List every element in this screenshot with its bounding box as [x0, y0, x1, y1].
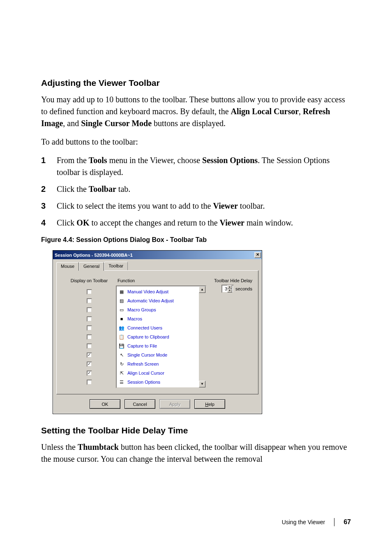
apply-button: Apply	[159, 399, 190, 409]
help-button[interactable]: Help	[194, 399, 225, 409]
bold-ok: OK	[76, 218, 89, 227]
bold-thumbtack: Thumbtack	[78, 442, 119, 451]
checkbox-row	[62, 287, 116, 296]
function-label: Align Local Cursor	[127, 371, 164, 375]
txt: menu in the Viewer, choose	[107, 156, 202, 165]
hide-delay-spinner[interactable]: 3 ▲ ▼ seconds	[221, 285, 252, 293]
dialog-titlebar[interactable]: Session Options - 520394-0000BA~1 ✕	[53, 251, 262, 259]
txt: buttons are displayed.	[152, 119, 226, 128]
display-checkbox[interactable]	[87, 325, 92, 331]
display-checkbox[interactable]	[87, 334, 92, 340]
footer-page-number: 67	[344, 518, 351, 526]
page-footer: Using the Viewer 67	[282, 518, 351, 526]
txt: Click the	[57, 184, 89, 193]
hide-delay-label: Toolbar Hide Delay	[211, 278, 252, 283]
checkbox-row: ✓	[62, 368, 116, 378]
heading-adjusting: Adjusting the Viewer Toolbar	[41, 78, 351, 88]
function-row[interactable]: ↻Refresh Screen	[117, 359, 205, 368]
function-row[interactable]: ▭Macro Groups	[117, 305, 205, 314]
function-row[interactable]: 👥Connected Users	[117, 323, 205, 332]
step-4: 4 Click OK to accept the changes and ret…	[41, 217, 351, 229]
paragraph-thumbtack: Unless the Thumbtack button has been cli…	[41, 441, 351, 465]
col-header-function: Function	[116, 278, 206, 286]
function-label: Refresh Screen	[127, 362, 159, 366]
function-listbox[interactable]: ▦Manual Video Adjust▨Automatic Video Adj…	[116, 286, 206, 388]
function-icon: 📋	[118, 334, 125, 340]
function-icon: ↻	[118, 361, 125, 367]
step-num: 1	[41, 154, 57, 166]
function-label: Macro Groups	[127, 307, 156, 312]
bold-align: Align Local Cursor	[231, 107, 299, 116]
txt: Click	[57, 218, 76, 227]
display-checkbox[interactable]: ✓	[87, 362, 92, 367]
dialog-buttons: OK Cancel Apply Help	[53, 398, 262, 414]
tab-toolbar[interactable]: Toolbar	[104, 262, 128, 270]
checkbox-row: ✓	[62, 359, 116, 368]
footer-section: Using the Viewer	[282, 519, 325, 525]
txt: , and	[63, 119, 81, 128]
function-row[interactable]: ↖Single Cursor Mode	[117, 350, 205, 359]
function-label: Automatic Video Adjust	[127, 298, 174, 303]
checkbox-row	[62, 332, 116, 341]
function-row[interactable]: ■Macros	[117, 314, 205, 323]
cancel-button[interactable]: Cancel	[125, 399, 155, 409]
spin-up-icon[interactable]: ▲	[227, 285, 232, 289]
step-1: 1 From the Tools menu in the Viewer, cho…	[41, 154, 351, 178]
step-num: 2	[41, 183, 57, 195]
function-label: Capture to Clipboard	[127, 334, 169, 339]
bold-viewer: Viewer	[213, 201, 238, 210]
txt: Click to select the items you want to ad…	[57, 201, 213, 210]
hide-delay-unit: seconds	[235, 286, 252, 291]
checkbox-row	[62, 314, 116, 323]
display-checkbox[interactable]: ✓	[87, 352, 92, 358]
tab-general[interactable]: General	[79, 262, 104, 271]
scrollbar[interactable]: ▲ ▼	[199, 286, 205, 387]
function-row[interactable]: ⇱Align Local Cursor	[117, 368, 205, 378]
scroll-up-icon[interactable]: ▲	[199, 286, 205, 293]
txt: main window.	[244, 218, 293, 227]
function-label: Session Options	[127, 380, 160, 385]
txt: From the	[57, 156, 89, 165]
function-icon: ↖	[118, 352, 125, 358]
scroll-down-icon[interactable]: ▼	[199, 381, 205, 387]
function-icon: ▨	[118, 297, 125, 304]
function-icon: ■	[118, 315, 125, 322]
function-row[interactable]: ▦Manual Video Adjust	[117, 287, 205, 296]
step-2: 2 Click the Toolbar tab.	[41, 183, 351, 195]
txt: to accept the changes and return to the	[89, 218, 219, 227]
function-row[interactable]: 💾Capture to File	[117, 341, 205, 350]
checkbox-row	[62, 296, 116, 305]
step-num: 3	[41, 200, 57, 212]
footer-divider	[334, 518, 334, 526]
display-checkbox[interactable]	[87, 316, 92, 322]
bold-session-options: Session Options	[202, 156, 258, 165]
display-checkbox[interactable]	[87, 307, 92, 313]
close-icon[interactable]: ✕	[254, 252, 261, 258]
ok-button[interactable]: OK	[90, 399, 120, 409]
display-checkbox[interactable]	[87, 298, 92, 304]
display-checkbox[interactable]	[87, 289, 92, 295]
function-icon: ☰	[118, 379, 125, 385]
paragraph-intro: You may add up to 10 buttons to the tool…	[41, 94, 351, 129]
session-options-dialog: Session Options - 520394-0000BA~1 ✕ Mous…	[53, 250, 262, 414]
function-label: Macros	[127, 316, 142, 321]
spin-down-icon[interactable]: ▼	[227, 289, 232, 292]
function-icon: ▦	[118, 288, 125, 295]
checkbox-row	[62, 378, 116, 387]
tab-panel: Display on Toolbar ✓✓✓ Function ▦Manual …	[56, 270, 258, 394]
function-icon: 👥	[118, 325, 125, 331]
tab-mouse[interactable]: Mouse	[56, 262, 79, 271]
function-label: Connected Users	[127, 325, 162, 330]
figure-caption: Figure 4.4: Session Options Dialog Box -…	[41, 236, 351, 244]
function-row[interactable]: 📋Capture to Clipboard	[117, 332, 205, 341]
display-checkbox[interactable]	[87, 380, 92, 385]
col-header-display: Display on Toolbar	[62, 278, 116, 286]
display-checkbox[interactable]	[87, 343, 92, 349]
txt: tab.	[116, 184, 130, 193]
function-row[interactable]: ▨Automatic Video Adjust	[117, 296, 205, 305]
steps-list: 1 From the Tools menu in the Viewer, cho…	[41, 154, 351, 229]
display-checkbox[interactable]: ✓	[87, 371, 92, 376]
function-row[interactable]: ☰Session Options	[117, 378, 205, 387]
checkbox-row	[62, 341, 116, 350]
function-label: Manual Video Adjust	[127, 289, 168, 294]
